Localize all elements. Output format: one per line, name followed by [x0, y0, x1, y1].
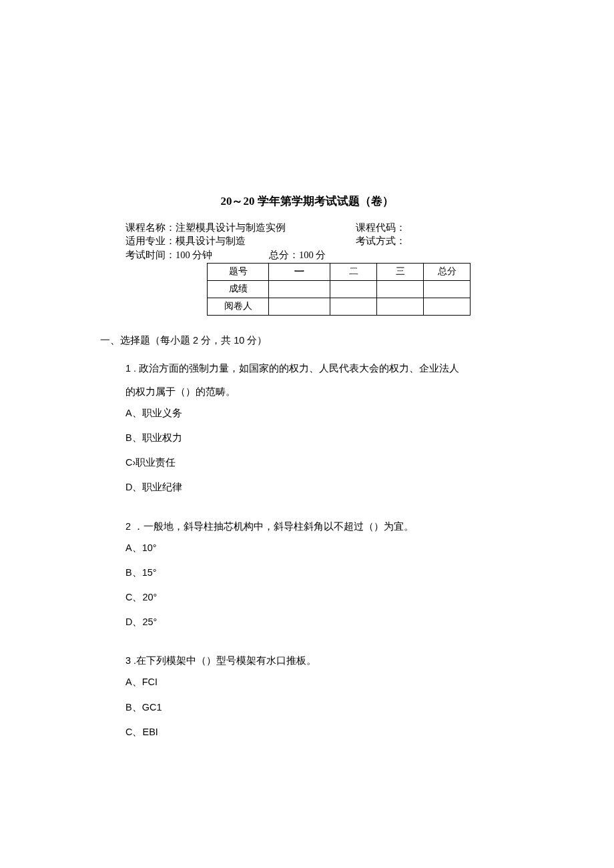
col-one: 一 — [294, 266, 304, 277]
row2-label: 成绩 — [208, 280, 269, 298]
q1-optC: C›职业责任 — [125, 455, 514, 470]
cell-empty — [330, 280, 377, 298]
course-name: 注塑模具设计与制造实例 — [176, 222, 286, 233]
question-block: 1 . 政治方面的强制力量，如国家的的权力、人民代表大会的权力、企业法人 的权力… — [125, 359, 514, 740]
table-row: 题号 一 二 三 总分 — [208, 263, 471, 280]
meta-block: 课程名称：注塑模具设计与制造实例 课程代码： 适用专业：模具设计与制造 考试方式… — [125, 221, 514, 262]
cell-empty — [269, 280, 330, 298]
course-name-label: 课程名称： — [125, 222, 176, 233]
col-total: 总分 — [424, 263, 471, 280]
page-title: 20～20 学年第学期考试试题（卷） — [100, 193, 514, 209]
col-two: 二 — [330, 263, 377, 280]
major-value: 模具设计与制造 — [176, 236, 246, 246]
q1-optD: D、职业纪律 — [125, 480, 514, 495]
cell-empty — [424, 280, 471, 298]
course-code-label: 课程代码： — [356, 222, 406, 233]
q1-optA: A、职业义务 — [125, 406, 514, 421]
time-label: 考试时间： — [125, 250, 176, 260]
q2-optA: A、10° — [125, 540, 514, 556]
score-table: 题号 一 二 三 总分 成绩 阅卷人 — [207, 263, 471, 316]
section-heading: 一、选择题（每小题 2 分，共 10 分） — [100, 334, 514, 347]
col-three: 三 — [377, 263, 424, 280]
cell-empty — [424, 298, 471, 315]
table-row: 阅卷人 — [208, 298, 471, 315]
total-score-label: 总分： — [269, 250, 299, 260]
q2-text: 2 ．一般地，斜导柱抽芯机构中，斜导柱斜角以不超过（）为宜。 — [125, 517, 514, 536]
major-label: 适用专业： — [125, 236, 176, 246]
cell-empty — [330, 298, 377, 315]
time-value: 100 分钟 — [176, 250, 212, 260]
table-row: 成绩 — [208, 280, 471, 298]
q1-line1: 1 . 政治方面的强制力量，如国家的的权力、人民代表大会的权力、企业法人 — [125, 359, 514, 378]
cell-empty — [269, 298, 330, 315]
q3-text: 3 .在下列模架中（）型号模架有水口推板。 — [125, 651, 514, 671]
q3-optA: A、FCI — [125, 675, 514, 690]
total-score-value: 100 分 — [299, 250, 326, 260]
q3-optC: C、EBI — [125, 725, 514, 740]
q1-optB: B、职业权力 — [125, 430, 514, 446]
q3-optB: B、GC1 — [125, 700, 514, 715]
cell-empty — [377, 280, 424, 298]
row1-label: 题号 — [208, 263, 269, 280]
q2-optB: B、15° — [125, 565, 514, 580]
q2-optC: C、20° — [125, 590, 514, 605]
q2-optD: D、25° — [125, 614, 514, 630]
exam-mode-label: 考试方式： — [356, 236, 406, 246]
q1-line2: 的权力属于（）的范畴。 — [125, 382, 514, 402]
row3-label: 阅卷人 — [208, 298, 269, 315]
cell-empty — [377, 298, 424, 315]
